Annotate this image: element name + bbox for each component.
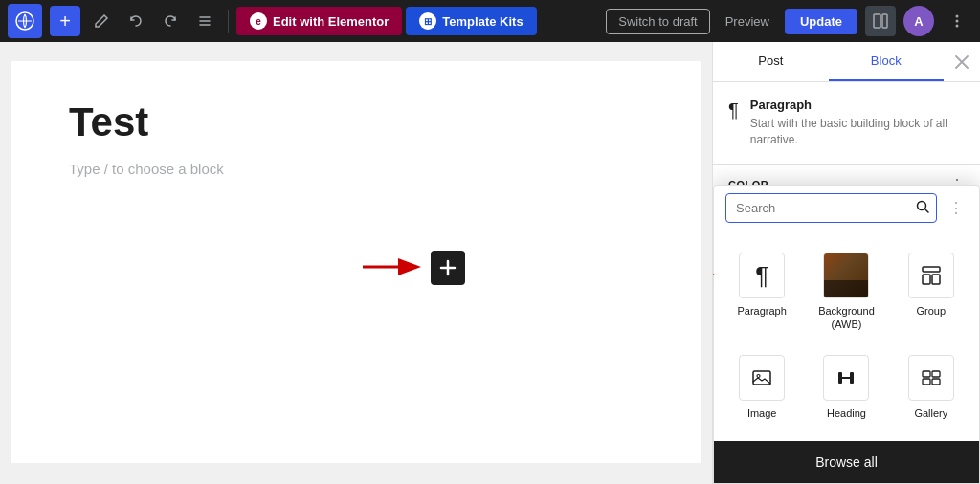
block-item-heading[interactable]: Heading: [806, 345, 886, 429]
inserter-grid-container: ¶ Paragraph Background (AWB): [714, 231, 979, 441]
preview-button[interactable]: Preview: [718, 10, 777, 33]
canvas-area: Test Type / to choose a block: [0, 42, 712, 484]
group-block-icon: [908, 253, 954, 298]
toolbar-right: Switch to draft Preview Update A: [606, 6, 972, 36]
toolbar: + e Edit with Elementor ⊞ Template Kits …: [0, 0, 980, 42]
tab-block[interactable]: Block: [829, 42, 945, 81]
block-item-image[interactable]: Image: [722, 345, 802, 429]
redo-icon[interactable]: [155, 6, 186, 36]
view-mode-icon[interactable]: [865, 6, 896, 36]
elementor-icon: e: [250, 12, 267, 30]
paragraph-icon: ¶: [728, 99, 739, 121]
group-block-label: Group: [917, 304, 947, 318]
more-options-icon[interactable]: [942, 6, 972, 36]
block-item-gallery[interactable]: Gallery: [891, 345, 971, 429]
gallery-block-icon: [908, 355, 954, 401]
update-button[interactable]: Update: [785, 9, 858, 34]
block-item-group[interactable]: Group: [891, 243, 971, 341]
svg-point-5: [956, 25, 959, 28]
main-layout: Test Type / to choose a block Post Block: [0, 42, 980, 484]
svg-rect-22: [850, 372, 854, 384]
block-search-input[interactable]: [725, 193, 937, 223]
svg-rect-21: [838, 372, 842, 384]
browse-all-button[interactable]: Browse all: [714, 441, 979, 483]
svg-rect-2: [882, 14, 887, 28]
canvas-page: Test Type / to choose a block: [11, 61, 701, 463]
svg-rect-23: [842, 377, 850, 379]
toolbar-separator: [228, 10, 229, 33]
page-title: Test: [69, 99, 643, 145]
svg-rect-25: [932, 371, 940, 377]
svg-rect-17: [923, 275, 930, 284]
user-avatar[interactable]: A: [903, 6, 934, 36]
switch-to-draft-button[interactable]: Switch to draft: [606, 9, 709, 34]
block-item-background-awb[interactable]: Background (AWB): [806, 243, 886, 341]
svg-point-3: [956, 15, 959, 18]
undo-icon[interactable]: [121, 6, 151, 36]
gallery-block-label: Gallery: [914, 407, 947, 420]
sidebar-tabs: Post Block: [713, 42, 980, 82]
svg-point-20: [757, 374, 760, 377]
inserter-block-grid: ¶ Paragraph Background (AWB): [714, 231, 979, 441]
paragraph-description: Start with the basic building block of a…: [750, 116, 965, 148]
close-sidebar-button[interactable]: [944, 42, 980, 81]
paragraph-section: ¶ Paragraph Start with the basic buildin…: [713, 82, 980, 165]
svg-rect-19: [753, 371, 770, 385]
tab-post[interactable]: Post: [713, 42, 829, 81]
pencil-icon[interactable]: [86, 6, 117, 36]
image-block-label: Image: [747, 407, 777, 420]
search-magnify-icon: [916, 200, 929, 216]
inserter-options-icon[interactable]: ⋮: [945, 195, 968, 221]
template-kits-icon: ⊞: [419, 12, 436, 30]
background-awb-label: Background (AWB): [810, 304, 882, 332]
edit-with-elementor-button[interactable]: e Edit with Elementor: [236, 7, 402, 35]
template-kits-button[interactable]: ⊞ Template Kits: [406, 7, 536, 35]
inserter-search-row: ⋮: [714, 186, 979, 231]
svg-rect-16: [923, 267, 940, 272]
add-block-toolbar-button[interactable]: +: [50, 6, 80, 36]
paragraph-info: Paragraph Start with the basic building …: [750, 98, 965, 148]
background-awb-icon: [823, 253, 869, 298]
block-inserter-popup: ⋮ ¶ Paragraph: [713, 185, 980, 484]
svg-rect-27: [932, 379, 940, 385]
heading-block-icon: [823, 355, 869, 401]
block-item-paragraph[interactable]: ¶ Paragraph: [722, 243, 802, 341]
svg-rect-18: [932, 275, 940, 284]
search-wrapper: [725, 193, 937, 223]
svg-point-4: [956, 20, 959, 23]
heading-block-label: Heading: [827, 407, 866, 420]
svg-rect-26: [923, 379, 930, 385]
right-sidebar: Post Block ¶ Paragraph Start with the ba…: [712, 42, 980, 484]
block-placeholder[interactable]: Type / to choose a block: [69, 161, 643, 177]
paragraph-block-label: Paragraph: [737, 304, 786, 318]
wp-logo-icon[interactable]: [8, 4, 42, 38]
svg-rect-1: [874, 14, 880, 28]
list-view-icon[interactable]: [189, 6, 220, 36]
elementor-button-label: Edit with Elementor: [273, 14, 389, 29]
svg-rect-24: [923, 371, 930, 377]
add-block-button[interactable]: [431, 251, 465, 285]
svg-line-13: [925, 209, 929, 213]
paragraph-block-icon: ¶: [739, 253, 785, 298]
paragraph-title: Paragraph: [750, 98, 965, 112]
image-block-icon: [739, 355, 785, 401]
template-kits-label: Template Kits: [442, 14, 523, 29]
